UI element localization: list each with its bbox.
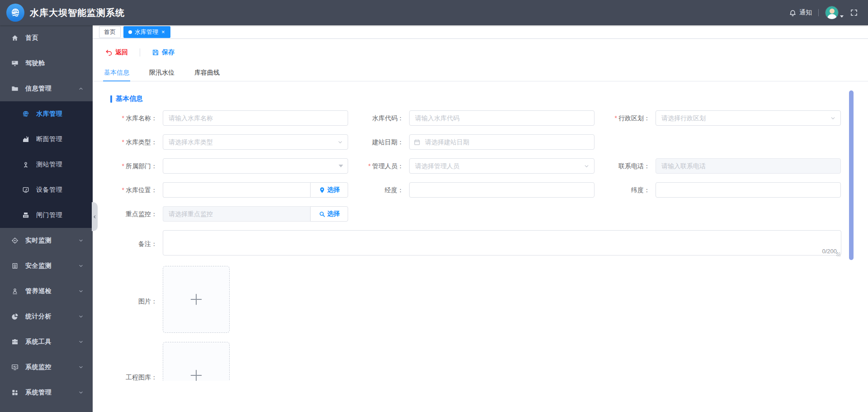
save-icon bbox=[152, 49, 159, 56]
key-monitor-select-button[interactable]: 选择 bbox=[310, 206, 348, 222]
tag-reservoir-management[interactable]: 水库管理 × bbox=[123, 26, 170, 38]
field-build-date: 建站日期： bbox=[348, 134, 594, 150]
chevron-down-icon bbox=[78, 238, 84, 243]
field-label: *水库类型： bbox=[102, 134, 163, 150]
inspection-icon bbox=[11, 288, 19, 295]
tag-label: 首页 bbox=[104, 28, 116, 36]
fullscreen-button[interactable] bbox=[850, 9, 858, 17]
chevron-down-icon bbox=[78, 314, 84, 319]
sidebar-item-system-monitoring[interactable]: 系统监控 bbox=[0, 355, 93, 380]
tab-label: 限汛水位 bbox=[149, 69, 175, 76]
select-button-label: 选择 bbox=[327, 210, 340, 218]
sidebar-item-system-tools[interactable]: 系统工具 bbox=[0, 329, 93, 355]
tab-basic-info[interactable]: 基本信息 bbox=[103, 66, 130, 81]
form-row: *水库位置： 选择 经度： bbox=[93, 182, 868, 198]
field-label: 纬度： bbox=[594, 182, 656, 198]
undo-icon bbox=[105, 49, 113, 56]
bell-icon bbox=[789, 9, 797, 17]
realtime-icon bbox=[11, 237, 19, 244]
department-select[interactable] bbox=[163, 158, 348, 174]
sidebar-item-maintenance-inspection[interactable]: 管养巡检 bbox=[0, 279, 93, 304]
tab-flood-limit-level[interactable]: 限汛水位 bbox=[148, 66, 175, 81]
form-row: *水库名称： 水库代码： *行政区划： bbox=[93, 110, 868, 126]
admin-region-select[interactable] bbox=[656, 110, 841, 126]
sidebar-item-label: 设备管理 bbox=[36, 186, 62, 194]
sidebar-collapse-handle[interactable] bbox=[92, 202, 98, 231]
longitude-input[interactable] bbox=[409, 182, 594, 198]
tags-bar: 首页 水库管理 × bbox=[93, 25, 868, 39]
notification-button[interactable]: 通知 bbox=[789, 9, 812, 17]
sidebar-item-label: 信息管理 bbox=[25, 85, 52, 93]
toolbar: 返回 保存 bbox=[93, 39, 868, 66]
chevron-down-icon bbox=[78, 339, 84, 345]
build-date-input[interactable] bbox=[409, 134, 594, 150]
tab-label: 基本信息 bbox=[104, 69, 129, 76]
sidebar-item-system-management[interactable]: 系统管理 bbox=[0, 380, 93, 405]
phone-input bbox=[656, 158, 841, 174]
tag-label: 水库管理 bbox=[135, 28, 158, 36]
field-label: 备注： bbox=[102, 236, 163, 251]
app-logo-icon bbox=[6, 4, 24, 22]
sidebar-item-label: 断面管理 bbox=[36, 135, 62, 143]
reservoir-code-input[interactable] bbox=[409, 110, 594, 126]
image-upload-box[interactable] bbox=[163, 266, 230, 333]
sidebar-item-label: 管养巡检 bbox=[25, 287, 52, 295]
field-label: 工程图库： bbox=[102, 369, 163, 381]
stats-pie-icon bbox=[11, 313, 19, 320]
plus-icon bbox=[189, 292, 204, 307]
remark-textarea[interactable] bbox=[163, 230, 841, 256]
system-manage-icon bbox=[11, 389, 19, 396]
field-label: 水库代码： bbox=[348, 110, 409, 126]
vertical-scrollbar[interactable] bbox=[849, 90, 854, 260]
save-button[interactable]: 保存 bbox=[152, 48, 175, 57]
form-row: *所属部门： *管理人员： 联系电话： bbox=[93, 158, 868, 174]
sidebar-item-label: 系统工具 bbox=[25, 338, 52, 346]
sidebar-item-info-management[interactable]: 信息管理 bbox=[0, 76, 93, 101]
sidebar-item-station-management[interactable]: 测站管理 bbox=[0, 152, 93, 177]
sidebar-item-cockpit[interactable]: 驾驶舱 bbox=[0, 51, 93, 76]
field-gallery: 工程图库： bbox=[102, 342, 868, 381]
sidebar-item-label: 实时监测 bbox=[25, 237, 52, 245]
reservoir-type-select[interactable] bbox=[163, 134, 348, 150]
manager-select[interactable] bbox=[409, 158, 594, 174]
sidebar-item-label: 驾驶舱 bbox=[25, 59, 45, 67]
sidebar-item-realtime-monitoring[interactable]: 实时监测 bbox=[0, 228, 93, 253]
sidebar-item-device-management[interactable]: 设备管理 bbox=[0, 177, 93, 203]
tab-capacity-curve[interactable]: 库容曲线 bbox=[193, 66, 221, 81]
field-label: *管理人员： bbox=[348, 158, 409, 174]
back-button[interactable]: 返回 bbox=[105, 48, 128, 57]
required-mark: * bbox=[122, 114, 124, 122]
location-select-button[interactable]: 选择 bbox=[310, 182, 348, 198]
field-label: *所属部门： bbox=[102, 158, 163, 174]
toolbar-divider bbox=[140, 48, 140, 57]
reservoir-name-input[interactable] bbox=[163, 110, 348, 126]
system-monitor-icon bbox=[11, 364, 19, 371]
field-location: *水库位置： 选择 bbox=[102, 182, 348, 198]
sidebar-item-label: 首页 bbox=[25, 34, 38, 42]
station-pin-icon bbox=[22, 161, 30, 168]
field-label: *水库名称： bbox=[102, 110, 163, 126]
main-content: 首页 水库管理 × 返回 bbox=[93, 25, 868, 412]
latitude-input[interactable] bbox=[656, 182, 841, 198]
field-label: *行政区划： bbox=[594, 110, 656, 126]
char-counter: 0/200 bbox=[820, 248, 837, 255]
tag-home[interactable]: 首页 bbox=[99, 26, 121, 38]
sidebar-item-safety-monitoring[interactable]: 安全监测 bbox=[0, 253, 93, 279]
close-icon[interactable]: × bbox=[161, 29, 165, 35]
textarea-resize-handle[interactable] bbox=[836, 252, 840, 256]
sidebar-item-section-management[interactable]: 断面管理 bbox=[0, 127, 93, 152]
sidebar-item-label: 统计分析 bbox=[25, 313, 52, 321]
gallery-upload-box[interactable] bbox=[163, 342, 230, 381]
sidebar-item-reservoir-management[interactable]: 水库管理 bbox=[0, 101, 93, 127]
sidebar-item-label: 闸门管理 bbox=[36, 211, 62, 219]
required-mark: * bbox=[122, 186, 124, 194]
key-monitor-input[interactable] bbox=[163, 206, 310, 222]
user-menu-button[interactable] bbox=[825, 6, 844, 19]
sidebar-item-statistics-analysis[interactable]: 统计分析 bbox=[0, 304, 93, 329]
map-pin-icon bbox=[319, 187, 326, 194]
sidebar-item-gate-management[interactable]: 闸门管理 bbox=[0, 203, 93, 228]
location-input[interactable] bbox=[163, 182, 310, 198]
sidebar-item-label: 安全监测 bbox=[25, 262, 52, 270]
sidebar-item-home[interactable]: 首页 bbox=[0, 25, 93, 51]
section-title: 基本信息 bbox=[110, 95, 868, 103]
